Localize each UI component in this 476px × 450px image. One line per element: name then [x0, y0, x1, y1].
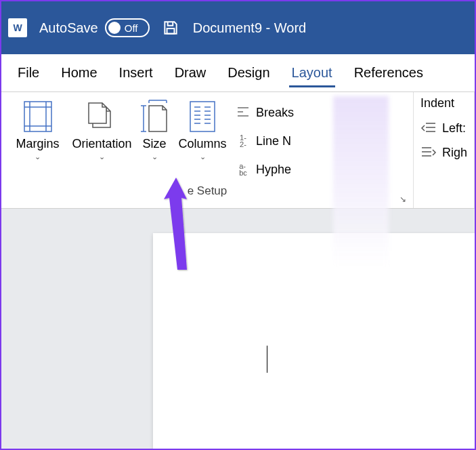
document-title: Document9 - Word: [193, 20, 306, 36]
page-setup-group-label: e Setup: [1, 180, 413, 205]
tab-layout[interactable]: Layout: [281, 56, 343, 90]
orientation-label: Orientation: [72, 137, 131, 151]
indent-left-control[interactable]: Left:: [420, 116, 467, 140]
margins-icon: [22, 100, 54, 133]
columns-icon: [186, 100, 219, 133]
autosave-toggle[interactable]: Off: [105, 18, 150, 37]
document-page[interactable]: [153, 233, 476, 450]
autosave-label: AutoSave: [39, 20, 98, 36]
tab-home[interactable]: Home: [50, 56, 108, 90]
page-setup-dialog-launcher[interactable]: ↘: [399, 195, 409, 204]
indent-left-label: Left:: [442, 121, 466, 136]
size-icon: [138, 100, 171, 133]
chevron-down-icon: ⌄: [152, 152, 158, 161]
svg-rect-1: [24, 102, 51, 131]
breaks-icon: [236, 105, 251, 120]
svg-rect-0: [167, 28, 174, 34]
indent-right-label: Righ: [442, 146, 467, 160]
size-button[interactable]: Size ⌄: [134, 98, 175, 164]
ribbon: Margins ⌄ Orientation ⌄: [1, 92, 475, 209]
chevron-down-icon: ⌄: [200, 152, 206, 161]
tab-design[interactable]: Design: [217, 56, 280, 90]
document-canvas[interactable]: [1, 209, 475, 449]
breaks-label: Breaks: [256, 106, 294, 120]
orientation-icon: [86, 100, 118, 133]
orientation-button[interactable]: Orientation ⌄: [70, 98, 134, 164]
indent-left-icon: [420, 121, 437, 135]
chevron-down-icon: ⌄: [99, 152, 105, 161]
group-paragraph: Indent Left: Righ: [414, 92, 475, 208]
page-setup-small-buttons: Breaks 1-2- Line N a-bc Hyphe: [230, 98, 299, 184]
line-numbers-label: Line N: [256, 134, 291, 148]
word-app-icon: W: [8, 18, 27, 37]
indent-heading: Indent: [420, 96, 467, 110]
text-cursor: [267, 346, 267, 373]
hyphenation-label: Hyphe: [256, 163, 291, 177]
columns-button[interactable]: Columns ⌄: [175, 98, 230, 164]
save-icon[interactable]: [162, 19, 179, 37]
indent-right-icon: [420, 146, 437, 159]
tab-draw[interactable]: Draw: [164, 56, 217, 90]
ribbon-tabs: File Home Insert Draw Design Layout Refe…: [1, 54, 475, 92]
margins-label: Margins: [16, 137, 59, 151]
group-page-setup: Margins ⌄ Orientation ⌄: [1, 92, 414, 208]
margins-button[interactable]: Margins ⌄: [5, 98, 70, 164]
title-bar: W AutoSave Off Document9 - Word: [1, 1, 475, 54]
line-numbers-button[interactable]: 1-2- Line N: [236, 130, 294, 152]
tab-file[interactable]: File: [7, 56, 50, 90]
svg-rect-12: [190, 102, 215, 131]
toggle-knob-icon: [108, 22, 121, 34]
chevron-down-icon: ⌄: [35, 152, 41, 161]
indent-right-control[interactable]: Righ: [420, 140, 467, 165]
breaks-button[interactable]: Breaks: [236, 102, 294, 123]
tab-references[interactable]: References: [343, 56, 434, 90]
columns-label: Columns: [178, 137, 226, 151]
hyphenation-icon: a-bc: [236, 162, 251, 177]
line-numbers-icon: 1-2-: [236, 134, 251, 148]
tab-insert[interactable]: Insert: [108, 56, 164, 90]
hyphenation-button[interactable]: a-bc Hyphe: [236, 159, 294, 180]
toggle-state-label: Off: [125, 22, 138, 34]
size-label: Size: [142, 137, 166, 151]
